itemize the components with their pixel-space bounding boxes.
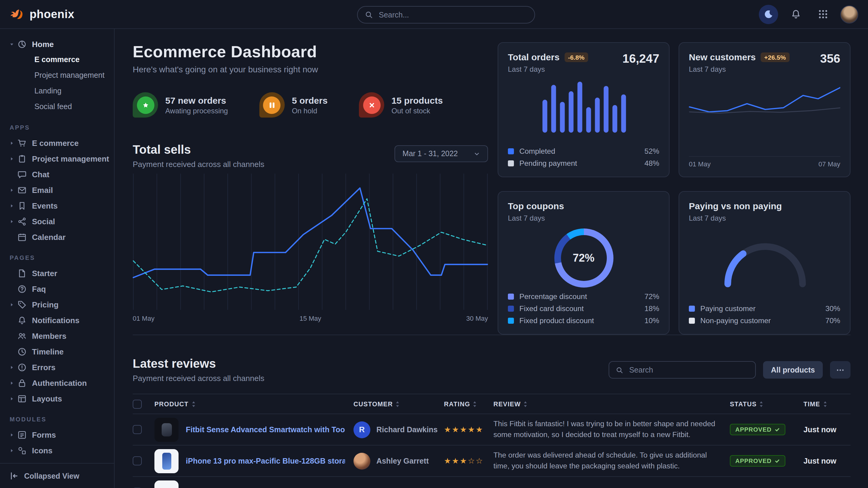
sort-icon [823,400,827,407]
legend-swatch [689,306,695,312]
sidebar-item-social-feed[interactable]: Social feed [0,99,114,115]
sidebar-item-forms[interactable]: Forms [0,427,114,443]
shapes-icon [18,446,27,455]
column-header-time[interactable]: TIME [803,400,850,408]
sidebar-item-calendar[interactable]: Calendar [0,229,114,245]
right-caret-icon [10,365,18,369]
date-range-select[interactable]: Mar 1 - 31, 2022 [395,145,488,162]
sidebar-item-label: Starter [32,268,57,278]
tag-icon [18,300,27,309]
users-icon [18,331,27,340]
sidebar-item-notifications[interactable]: Notifications [0,312,114,328]
legend-label: Paying customer [700,304,826,313]
sidebar-section-label: PAGES [10,254,114,261]
status-badge: APPROVED [730,424,785,435]
brand[interactable]: phoenix [10,7,74,22]
question-icon [18,284,27,293]
row-checkbox[interactable] [133,456,142,465]
sidebar-item-events[interactable]: Events [0,198,114,214]
column-header-product[interactable]: PRODUCT [154,400,353,408]
review-time: Just now [803,457,836,465]
search-input[interactable] [378,10,527,20]
x-axis-label: 30 May [466,315,488,322]
legend-label: Fixed card discount [519,304,645,313]
row-checkbox[interactable] [133,425,142,434]
reviews-search-input[interactable] [628,365,749,375]
sidebar-item-home[interactable]: Home [0,36,114,52]
product-link[interactable]: iPhone 13 pro max-Pacific Blue-128GB sto… [186,457,345,465]
sidebar-item-starter[interactable]: Starter [0,265,114,281]
customer-avatar [353,452,370,469]
more-options-button[interactable] [830,361,850,379]
legend-item: Fixed product discount 10% [508,317,659,325]
stats-row: 57 new ordersAwating processing5 ordersO… [133,92,488,118]
x-axis-label: 01 May [133,315,154,322]
collapse-view-button[interactable]: Collapsed View [0,463,114,488]
review-time: Just now [803,425,836,434]
sort-icon [191,400,196,407]
sidebar-item-members[interactable]: Members [0,328,114,344]
sidebar-item-label: Calendar [32,232,65,241]
legend-swatch [689,318,695,324]
sidebar-item-timeline[interactable]: Timeline [0,344,114,359]
sidebar-item-authentication[interactable]: Authentication [0,375,114,391]
column-header-customer[interactable]: CUSTOMER [353,400,444,408]
user-avatar[interactable] [840,5,858,23]
product-thumbnail [154,449,179,473]
total-sells-subtitle: Payment received across all channels [133,160,264,169]
notifications-button[interactable] [786,4,805,24]
sidebar-item-project-management[interactable]: Project management [0,151,114,166]
right-caret-icon [10,396,18,400]
column-header-rating[interactable]: RATING [444,400,493,408]
sidebar-item-faq[interactable]: Faq [0,281,114,297]
total-orders-legend: Completed 52% Pending payment 48% [508,147,659,168]
status-badge: APPROVED [730,455,785,466]
select-all-checkbox[interactable] [133,399,142,409]
check-icon [775,458,780,464]
card-period: Last 7 days [689,65,789,73]
reviews-search[interactable] [609,361,756,379]
legend-value: 18% [645,304,659,313]
product-thumbnail [154,480,179,488]
sidebar-item-label: Faq [32,284,46,293]
sidebar-item-landing[interactable]: Landing [0,83,114,99]
dashboard-left-column: Ecommerce Dashboard Here's what's going … [133,42,488,334]
stat-value: 5 orders [292,95,328,105]
theme-toggle-button[interactable] [759,4,778,24]
column-header-review[interactable]: REVIEW [493,400,730,408]
new-customers-line-chart [689,77,840,130]
latest-reviews-subtitle: Payment received across all channels [133,374,264,383]
product-link[interactable]: Fitbit Sense Advanced Smartwatch with To… [186,425,345,434]
column-label: TIME [803,400,820,408]
paying-legend: Paying customer 30% Non-paying customer … [689,304,840,325]
sidebar-nav: HomeE commerceProject managementLandingS… [0,36,114,488]
sidebar-item-project-management[interactable]: Project management [0,67,114,83]
column-header-status[interactable]: STATUS [730,400,803,408]
stat-blob [259,92,285,118]
sidebar-item-label: Icons [32,446,53,455]
customer-name: Ashley Garrett [376,457,429,465]
reviews-controls: All products [609,361,850,379]
global-search[interactable] [357,6,535,24]
brand-name: phoenix [30,7,74,21]
legend-label: Pending payment [519,159,645,168]
sidebar-item-icons[interactable]: Icons [0,443,114,458]
total-orders-value: 16,247 [622,52,659,66]
total-sells-title: Total sells [133,143,264,157]
app-root: phoenix HomeE commerceProject management… [0,0,868,488]
apps-menu-button[interactable] [813,4,832,24]
sidebar-item-social[interactable]: Social [0,214,114,229]
sidebar-item-errors[interactable]: Errors [0,359,114,375]
sort-icon [395,400,400,407]
sidebar-item-e-commerce[interactable]: E commerce [0,135,114,151]
review-row: Fitbit Sense Advanced Smartwatch with To… [133,414,850,446]
sidebar-item-layouts[interactable]: Layouts [0,391,114,406]
sidebar-item-pricing[interactable]: Pricing [0,297,114,312]
sidebar-item-email[interactable]: Email [0,182,114,198]
right-caret-icon [10,141,18,145]
right-caret-icon [10,188,18,192]
stat-text: 5 ordersOn hold [292,95,328,115]
sidebar-item-chat[interactable]: Chat [0,166,114,182]
sidebar-item-e-commerce[interactable]: E commerce [0,52,114,67]
all-products-button[interactable]: All products [763,361,823,379]
